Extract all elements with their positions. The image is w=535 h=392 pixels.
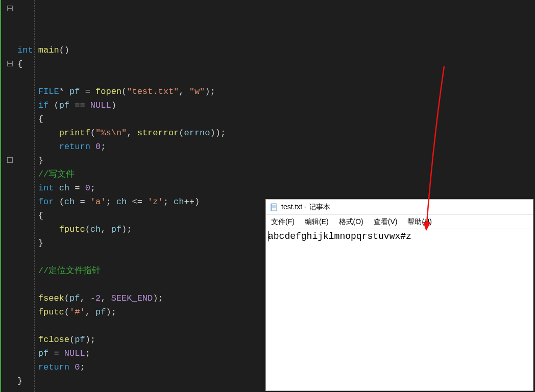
gutter-row: [2, 16, 17, 30]
menu-view[interactable]: 查看(V): [371, 216, 401, 228]
menu-edit[interactable]: 编辑(E): [302, 216, 332, 228]
svg-rect-4: [271, 204, 272, 211]
gutter-row: [2, 278, 17, 291]
notepad-icon: [270, 203, 278, 211]
code-line[interactable]: printf("%s\n", strerror(errno));: [17, 126, 535, 140]
menu-format[interactable]: 格式(O): [336, 216, 367, 228]
gutter-row: [2, 99, 17, 112]
code-line[interactable]: int main(): [17, 43, 535, 57]
fold-minus-icon[interactable]: [7, 61, 13, 66]
code-line[interactable]: }: [17, 154, 535, 167]
gutter-row: [2, 250, 17, 264]
fold-minus-icon[interactable]: [7, 157, 13, 163]
gutter-row: [2, 85, 17, 99]
notepad-title: test.txt - 记事本: [281, 203, 330, 212]
gutter-row: [2, 236, 17, 250]
gutter-row: [2, 140, 17, 154]
gutter-row: [2, 43, 17, 57]
fold-minus-icon[interactable]: [7, 6, 13, 11]
file-content: abcdefghijklmnopqrstuvwx#z: [268, 231, 411, 241]
code-line[interactable]: //写文件: [17, 167, 535, 181]
gutter-row: [2, 319, 17, 333]
gutter-row: [2, 167, 17, 181]
indent-guide: [34, 0, 35, 392]
code-line[interactable]: return 0;: [17, 140, 535, 154]
code-line[interactable]: {: [17, 57, 535, 71]
gutter-row: [2, 291, 17, 305]
code-line[interactable]: if (pf == NULL): [17, 99, 535, 112]
gutter-row: [2, 209, 17, 223]
code-line[interactable]: FILE* pf = fopen("test.txt", "w");: [17, 85, 535, 99]
gutter-row: [2, 71, 17, 85]
gutter-row: [2, 30, 17, 43]
code-line[interactable]: [17, 71, 535, 85]
gutter-row: [2, 264, 17, 278]
gutter-row: [2, 333, 17, 347]
gutter-row: [2, 195, 17, 209]
gutter-row: [2, 154, 17, 167]
gutter-row: [2, 223, 17, 236]
code-line[interactable]: {: [17, 112, 535, 126]
menu-help[interactable]: 帮助(H): [404, 216, 434, 228]
gutter-row: [2, 112, 17, 126]
gutter-row: [2, 181, 17, 195]
gutter-row: [2, 305, 17, 319]
notepad-window[interactable]: test.txt - 记事本 文件(F) 编辑(E) 格式(O) 查看(V) 帮…: [265, 199, 533, 391]
notepad-content[interactable]: abcdefghijklmnopqrstuvwx#z: [266, 229, 533, 243]
code-line[interactable]: int ch = 0;: [17, 181, 535, 195]
menu-file[interactable]: 文件(F): [268, 216, 298, 228]
notepad-titlebar[interactable]: test.txt - 记事本: [266, 200, 533, 215]
fold-gutter: [0, 0, 17, 392]
gutter-row: [2, 57, 17, 71]
notepad-menubar[interactable]: 文件(F) 编辑(E) 格式(O) 查看(V) 帮助(H): [266, 215, 533, 229]
gutter-row: [2, 2, 17, 16]
gutter-row: [2, 126, 17, 140]
